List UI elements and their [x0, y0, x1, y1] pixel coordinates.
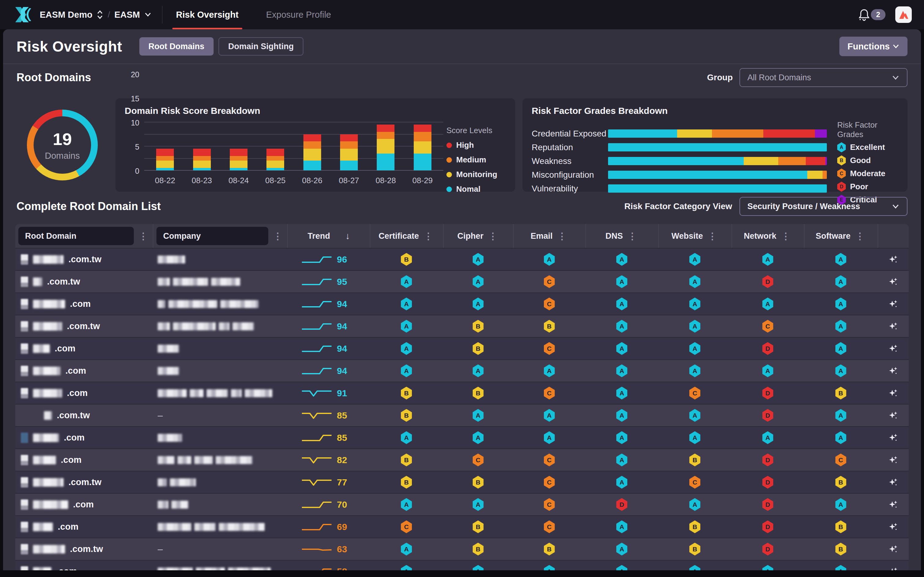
- ai-sparkle-button[interactable]: [888, 277, 898, 287]
- grade-D-badge: D: [762, 543, 773, 556]
- column-software[interactable]: Software⋮: [804, 224, 877, 248]
- kebab-menu-icon[interactable]: ⋮: [486, 231, 499, 242]
- redacted-company-block: [158, 479, 167, 486]
- grade-C-badge: C: [689, 387, 700, 400]
- ai-sparkle-button[interactable]: [888, 500, 898, 509]
- kebab-menu-icon[interactable]: ⋮: [626, 231, 639, 242]
- column-email[interactable]: Email⋮: [513, 224, 585, 248]
- column-company[interactable]: Company ⋮: [153, 224, 287, 248]
- org-sort-chevrons-icon[interactable]: [97, 10, 103, 19]
- trend-sparkline: [300, 410, 333, 421]
- table-row[interactable]: .com94AAAAAAA: [15, 359, 909, 382]
- redacted-company-block: [173, 322, 216, 330]
- ai-sparkle-button[interactable]: [888, 299, 898, 309]
- root-domain-filter[interactable]: Root Domain: [18, 227, 134, 245]
- segment-excellent: [608, 157, 744, 165]
- redacted-company-block: [171, 501, 188, 509]
- ai-sparkle-button[interactable]: [888, 411, 898, 421]
- app-logo-icon[interactable]: [12, 6, 33, 24]
- table-row[interactable]: .com.tw77BBCACDB: [15, 471, 909, 493]
- avatar[interactable]: [895, 6, 912, 23]
- table-row[interactable]: .com.tw96BAAAAAA: [15, 248, 909, 270]
- certificate-grade-cell: B: [370, 449, 443, 471]
- category-view-select[interactable]: Security Posture / Weakness: [740, 197, 908, 216]
- table-row[interactable]: .com85AAAAAAA: [15, 426, 909, 448]
- root-domains-button[interactable]: Root Domains: [139, 37, 213, 56]
- column-root-domain[interactable]: Root Domain ⋮: [15, 224, 153, 248]
- column-cipher[interactable]: Cipher⋮: [443, 224, 513, 248]
- grade-D-badge: D: [762, 454, 773, 466]
- grade-C-badge: C: [544, 498, 555, 511]
- table-row[interactable]: .com91BBCACDB: [15, 382, 909, 404]
- kebab-menu-icon[interactable]: ⋮: [556, 231, 569, 242]
- certificate-grade-cell: A: [370, 271, 443, 292]
- table-row[interactable]: .com94AACAAAA: [15, 292, 909, 315]
- dns-grade-cell: A: [585, 382, 658, 404]
- column-network[interactable]: Network⋮: [732, 224, 804, 248]
- kebab-menu-icon[interactable]: ⋮: [706, 231, 719, 242]
- ai-sparkle-button[interactable]: [888, 388, 898, 398]
- grade-D-badge: D: [762, 409, 773, 422]
- risk-factor-bar: [608, 157, 827, 165]
- functions-button[interactable]: Functions: [839, 37, 908, 56]
- org-switcher[interactable]: EASM Demo: [40, 10, 92, 20]
- column-dns[interactable]: DNS⋮: [585, 224, 658, 248]
- network-grade-cell: D: [732, 405, 804, 426]
- kebab-menu-icon[interactable]: ⋮: [779, 231, 792, 242]
- kebab-menu-icon[interactable]: ⋮: [854, 231, 867, 242]
- domain-risk-score-card: Domain Risk Score Breakdown 05101520 08-…: [115, 98, 515, 192]
- legend-item-poor: DPoor: [837, 182, 898, 192]
- ai-sparkle-button[interactable]: [888, 455, 898, 465]
- trend-cell: 95: [287, 271, 370, 292]
- x-label-08-23: 08-23: [185, 176, 219, 185]
- notifications-bell-icon[interactable]: [858, 8, 870, 21]
- donut-total: 19: [53, 129, 72, 149]
- kebab-menu-icon[interactable]: ⋮: [271, 231, 284, 242]
- ai-sparkle-button[interactable]: [888, 522, 898, 532]
- column-trend[interactable]: Trend ↓: [287, 224, 370, 248]
- project-chevron-down-icon[interactable]: [144, 12, 152, 17]
- grade-C-badge: C: [401, 521, 412, 533]
- sort-desc-icon[interactable]: ↓: [345, 231, 350, 241]
- table-row[interactable]: .com94ABCAADA: [15, 337, 909, 359]
- table-row[interactable]: .com69CBCABDB: [15, 515, 909, 538]
- ai-sparkle-button[interactable]: [888, 433, 898, 443]
- cipher-grade-cell: B: [443, 382, 513, 404]
- company-cell: [153, 516, 287, 538]
- kebab-menu-icon[interactable]: ⋮: [137, 231, 150, 242]
- tab-risk-oversight[interactable]: Risk Oversight: [176, 0, 239, 29]
- column-website[interactable]: Website⋮: [658, 224, 732, 248]
- group-select[interactable]: All Root Domains: [740, 68, 908, 87]
- ai-sparkle-button[interactable]: [888, 255, 898, 264]
- domain-sighting-button[interactable]: Domain Sighting: [218, 37, 304, 56]
- kebab-menu-icon[interactable]: ⋮: [422, 231, 435, 242]
- grade-A-badge: A: [544, 431, 555, 444]
- risk-factor-row-3: Misconfiguration: [531, 170, 827, 180]
- network-grade-cell: D: [732, 494, 804, 515]
- table-row[interactable]: .com70AACDADA: [15, 493, 909, 515]
- ai-sparkle-button[interactable]: [888, 544, 898, 554]
- company-filter[interactable]: Company: [157, 227, 268, 245]
- grade-A-badge: A: [689, 342, 700, 355]
- email-grade-cell: C: [513, 382, 585, 404]
- tab-exposure-profile[interactable]: Exposure Profile: [266, 0, 331, 29]
- email-grade-cell: C: [513, 471, 585, 493]
- column-certificate[interactable]: Certificate⋮: [370, 224, 443, 248]
- table-row[interactable]: .com.tw95AACAADA: [15, 270, 909, 292]
- cipher-grade-cell: B: [443, 315, 513, 337]
- grade-B-badge: B: [401, 387, 412, 400]
- trend-sparkline: [300, 500, 333, 510]
- ai-sparkle-button[interactable]: [888, 344, 898, 353]
- trend-cell: 69: [287, 516, 370, 538]
- ai-sparkle-button[interactable]: [888, 477, 898, 487]
- project-switcher[interactable]: EASM: [114, 10, 140, 20]
- ai-sparkle-button[interactable]: [888, 321, 898, 331]
- table-row[interactable]: .com.tw–85BAAAADA: [15, 404, 909, 426]
- x-label-08-24: 08-24: [222, 176, 255, 185]
- table-row[interactable]: .com.tw–63ABBABDB: [15, 538, 909, 560]
- table-row[interactable]: .com.tw94ABBAACA: [15, 315, 909, 337]
- ai-sparkle-button[interactable]: [888, 366, 898, 376]
- trend-sparkline: [300, 455, 333, 465]
- notification-count-badge[interactable]: 2: [871, 9, 885, 20]
- table-row[interactable]: .com82BCCABDC: [15, 448, 909, 471]
